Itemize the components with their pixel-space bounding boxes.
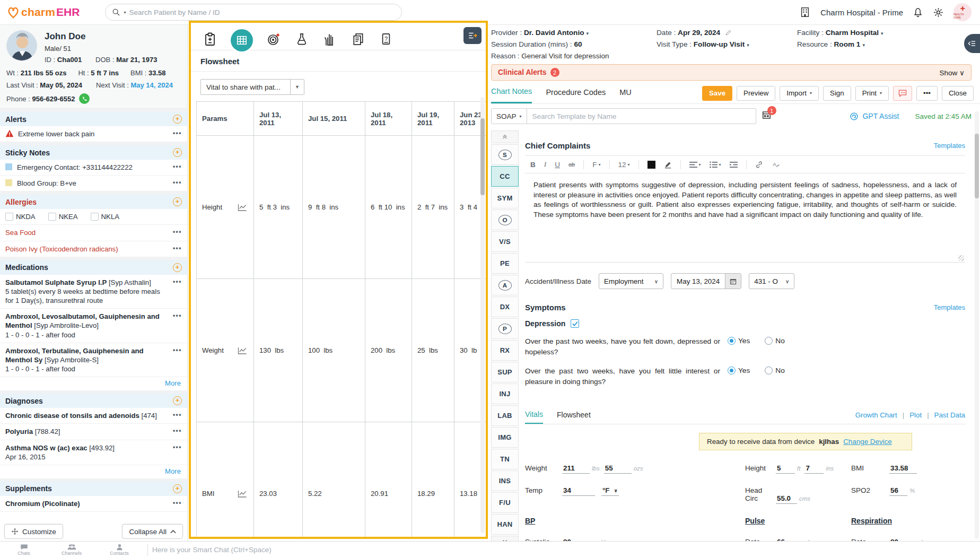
allergy-menu[interactable]: ••• [173,245,182,253]
import-button[interactable]: Import▾ [780,86,819,101]
channels-button[interactable]: Channels [48,544,95,556]
accident-code-select[interactable]: 431 - O∨ [749,273,794,289]
diagnosis-menu[interactable]: ••• [173,411,182,420]
resource-field[interactable]: Resource : Room 1▾ [797,40,972,48]
medication-menu[interactable]: ••• [173,278,182,286]
rail-item-p[interactable]: P [491,318,519,339]
medications-more-link[interactable]: More [165,379,181,387]
next-visit[interactable]: Next Visit : May 14, 2024 [96,81,173,89]
tab-goals[interactable] [266,32,281,47]
more-actions-button[interactable]: ••• [916,86,938,101]
organization-name[interactable]: Charm Hospital - Prime [820,8,903,17]
indent-button[interactable] [730,161,738,168]
facility-field[interactable]: Facility : Charm Hospital▾ [797,29,972,37]
patient-search-input[interactable] [129,8,395,16]
trend-chart-icon[interactable] [238,490,247,498]
diagnosis-menu[interactable]: ••• [173,427,182,435]
notifications-bell-icon[interactable] [913,7,923,18]
sign-button[interactable]: Sign [823,86,851,101]
provider-field[interactable]: Provider : Dr. David Antonio▾ [491,29,657,37]
rail-item-s[interactable]: S [491,144,519,165]
trend-chart-icon[interactable] [238,346,247,355]
add-allergy-button[interactable]: + [173,197,182,206]
right-panel-scrollbar[interactable] [975,111,979,539]
allergy-menu[interactable]: ••• [173,228,182,237]
rail-item-vs[interactable]: V/S [491,231,519,252]
list-button[interactable]: ▾ [710,161,721,168]
expand-panel-button[interactable] [463,27,482,44]
clear-format-button[interactable]: A [772,161,780,169]
strikethrough-button[interactable]: ab [568,161,575,168]
italic-button[interactable]: I [544,160,547,169]
diagnoses-more-link[interactable]: More [165,467,181,475]
collapse-all-button[interactable]: Collapse All [122,524,183,539]
rail-item-rx[interactable]: RX [491,340,519,361]
rail-item-lab[interactable]: LAB [491,405,519,426]
add-alert-button[interactable]: + [173,115,182,124]
clinical-alerts-show-toggle[interactable]: Show ∨ [940,68,965,77]
chats-button[interactable]: Chats [0,544,48,556]
plot-link[interactable]: Plot [909,411,922,419]
supplement-menu[interactable]: ••• [173,499,182,508]
flowsheet-filter-select[interactable]: Vital to share with pat... ▼ [200,79,304,95]
change-device-link[interactable]: Change Device [843,438,892,446]
edit-pencil-icon[interactable] [725,29,732,36]
visit-type-field[interactable]: Visit Type : Follow-up Visit▾ [657,40,797,48]
rail-item-a[interactable]: A [491,275,519,295]
height-ft-input[interactable]: 5 [776,464,795,474]
user-avatar[interactable]: ✚HEALTH CARE [953,3,972,21]
past-data-link[interactable]: Past Data [934,411,965,419]
tab-procedure-codes[interactable]: Procedure Codes [546,88,606,103]
rail-item-dx[interactable]: DX [491,297,519,317]
medication-menu[interactable]: ••• [173,346,182,355]
weight-lbs-input[interactable]: 211 [562,464,590,474]
sticky-note-menu[interactable]: ••• [173,163,182,171]
tab-flowsheet[interactable]: Flowsheet [557,411,591,423]
chief-complaints-editor[interactable]: Patient presents with symptoms suggestiv… [525,173,965,263]
rail-item-o[interactable]: O [491,210,519,230]
close-button[interactable]: Close [942,86,974,101]
patient-photo[interactable] [6,30,37,61]
tab-mu[interactable]: MU [619,88,632,103]
tab-imaging-hand[interactable] [322,32,337,47]
save-button[interactable]: Save [702,86,732,101]
rail-item-tn[interactable]: TN [491,449,519,469]
print-button[interactable]: Print▾ [855,86,889,101]
date-field[interactable]: Date : Apr 29, 2024 [657,29,797,37]
q1-yes-radio[interactable]: Yes [728,337,750,345]
rail-item-inj[interactable]: INJ [491,383,519,404]
tab-labs[interactable] [294,32,309,47]
customize-button[interactable]: Customize [4,524,63,539]
call-phone-icon[interactable] [79,93,90,104]
nkla-checkbox[interactable]: NKLA [91,213,119,221]
search-scope-caret-icon[interactable]: ▾ [124,10,126,15]
q2-yes-radio[interactable]: Yes [728,367,750,374]
q2-no-radio[interactable]: No [765,367,785,374]
smart-chat-input[interactable] [152,546,470,554]
add-supplement-button[interactable]: + [173,484,182,493]
tab-questionnaire[interactable]: ? [379,32,393,47]
rail-item-han[interactable]: HAN [491,514,519,535]
collapse-right-panel-button[interactable] [964,34,980,53]
sticky-note-menu[interactable]: ••• [173,179,182,187]
nkea-checkbox[interactable]: NKEA [48,213,78,221]
highlight-pen-button[interactable] [664,161,672,169]
accident-date-field[interactable]: May 13, 2024 [671,273,741,289]
head-circ-input[interactable]: 55.0 [776,494,797,504]
rail-item-sym[interactable]: SYM [491,188,519,208]
template-search-input[interactable] [527,108,756,124]
q1-no-radio[interactable]: No [765,337,785,345]
contacts-button[interactable]: Contacts [95,544,143,556]
font-family-button[interactable]: F ▾ [592,161,600,169]
bold-button[interactable]: B [530,161,536,169]
rail-item-ins[interactable]: INS [491,470,519,491]
diagnosis-menu[interactable]: ••• [173,443,182,452]
applied-templates-button[interactable]: 1 [762,110,772,122]
rail-item-cc[interactable]: CC [491,166,519,187]
settings-gear-icon[interactable] [933,7,944,18]
symptoms-templates-link[interactable]: Templates [934,303,965,311]
temp-unit-select[interactable]: °F∨ [601,486,619,496]
font-size-button[interactable]: 12 ▾ [618,161,630,169]
accident-type-select[interactable]: Employment∨ [599,273,663,289]
tab-vitals-entry[interactable] [203,32,217,47]
